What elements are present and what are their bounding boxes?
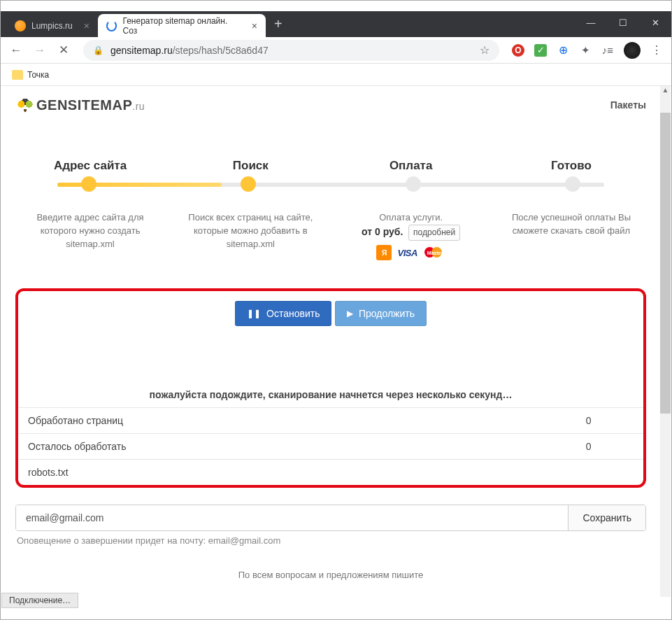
close-tab-icon[interactable]: × [84, 20, 90, 31]
step-title: Готово [503, 159, 639, 173]
address-bar: ← → ✕ 🔒 gensitemap.ru/steps/hash/5c8a6d4… [1, 37, 671, 64]
payment-icons: Я VISA MasterCard [343, 245, 479, 260]
site-header: GENSITEMAP.ru Пакеты [1, 86, 660, 124]
tab-label: Lumpics.ru [31, 21, 73, 31]
row-value: 0 [534, 408, 643, 434]
steps-wizard: Адрес сайта Введите адрес сайта для кото… [1, 159, 660, 260]
step-title: Адрес сайта [22, 159, 158, 173]
row-label: Осталось обработать [18, 434, 534, 460]
favicon-loading-icon [106, 20, 117, 31]
table-row: Осталось обработать0 [18, 434, 643, 460]
bookmarks-bar: Точка [1, 64, 671, 86]
ext-globe-icon[interactable]: ⊕ [557, 44, 569, 57]
folder-icon [12, 70, 23, 80]
close-tab-icon[interactable]: × [252, 20, 257, 31]
scan-panel: ❚❚Остановить ▶Продолжить пожалуйста подо… [15, 288, 646, 488]
scrollbar[interactable]: ▲ [660, 86, 671, 597]
minimize-button[interactable]: — [575, 11, 607, 34]
stop-button[interactable]: ❚❚Остановить [235, 301, 331, 326]
table-row: Обработано страниц0 [18, 408, 643, 434]
ext-check-icon[interactable]: ✓ [534, 44, 547, 57]
step-desc: Оплата услуги.от 0 руб. подробней [343, 211, 479, 241]
yandex-money-icon: Я [376, 245, 392, 260]
close-window-button[interactable]: ✕ [639, 11, 671, 34]
forward-button[interactable]: → [33, 43, 47, 57]
logo-text: GENSITEMAP [36, 97, 132, 113]
favicon-lumpics [15, 20, 26, 31]
logo-tree-icon [15, 98, 35, 113]
extensions-icon[interactable]: ✦ [579, 44, 592, 57]
url-text: gensitemap.ru/steps/hash/5c8a6d47 [110, 45, 269, 56]
url-bar[interactable]: 🔒 gensitemap.ru/steps/hash/5c8a6d47 ☆ [83, 40, 499, 61]
chrome-menu-icon[interactable]: ⋮ [650, 44, 663, 57]
tab-label: Генератор sitemap онлайн. Соз [122, 16, 240, 36]
step-desc: Введите адрес сайта для которого нужно с… [22, 211, 158, 251]
logo-suffix: .ru [132, 101, 145, 112]
step-search: Поиск Поиск всех страниц на сайте, котор… [183, 159, 318, 260]
details-button[interactable]: подробней [408, 225, 460, 241]
wait-message: пожалуйста подождите, сканирование начне… [18, 382, 643, 407]
step-title: Поиск [183, 159, 318, 173]
email-input[interactable] [16, 505, 568, 530]
packages-link[interactable]: Пакеты [610, 99, 646, 111]
status-table: Обработано страниц0 Осталось обработать0… [18, 407, 643, 485]
footer-text: По всем вопросам и предложениям пишите [1, 570, 660, 580]
scroll-up-icon[interactable]: ▲ [660, 86, 671, 99]
status-bar: Подключение… [1, 593, 78, 608]
step-payment: Оплата Оплата услуги.от 0 руб. подробней… [343, 159, 479, 260]
step-title: Оплата [343, 159, 479, 173]
step-desc: После успешной оплаты Вы сможете скачать… [503, 211, 639, 238]
page-viewport: GENSITEMAP.ru Пакеты Адрес сайта Введите… [1, 86, 660, 597]
bookmark-star-icon[interactable]: ☆ [480, 43, 489, 57]
mastercard-icon: MasterCard [423, 245, 445, 260]
ext-opera-icon[interactable]: O [512, 44, 524, 57]
price: от 0 руб. [362, 226, 403, 237]
step-dot-3 [406, 176, 421, 192]
bookmark-label: Точка [27, 70, 49, 80]
titlebar: Lumpics.ru × Генератор sitemap онлайн. С… [1, 11, 671, 37]
lock-icon: 🔒 [93, 45, 103, 55]
logo[interactable]: GENSITEMAP.ru [15, 97, 145, 113]
progress-line [57, 183, 604, 187]
row-label: robots.txt [18, 460, 534, 486]
scroll-thumb[interactable] [660, 113, 671, 414]
step-done: Готово После успешной оплаты Вы сможете … [503, 159, 639, 260]
email-row: Сохранить [15, 505, 646, 531]
table-row: robots.txt [18, 460, 643, 486]
bookmark-folder-tochka[interactable]: Точка [12, 70, 49, 80]
profile-avatar[interactable] [624, 42, 641, 59]
tab-lumpics[interactable]: Lumpics.ru × [6, 14, 98, 37]
maximize-button[interactable]: ☐ [607, 11, 639, 34]
new-tab-button[interactable]: + [266, 16, 291, 32]
continue-button[interactable]: ▶Продолжить [335, 301, 427, 326]
row-label: Обработано страниц [18, 408, 534, 434]
step-address: Адрес сайта Введите адрес сайта для кото… [22, 159, 158, 260]
pause-icon: ❚❚ [247, 309, 261, 318]
back-button[interactable]: ← [9, 43, 23, 57]
step-dot-1 [81, 176, 96, 192]
tab-gensitemap[interactable]: Генератор sitemap онлайн. Соз × [98, 14, 266, 37]
media-control-icon[interactable]: ♪≡ [601, 44, 614, 57]
email-note: Оповещение о завершении придет на почту:… [17, 535, 645, 546]
stop-reload-button[interactable]: ✕ [57, 43, 71, 57]
play-icon: ▶ [347, 309, 353, 318]
row-value: 0 [534, 434, 643, 460]
row-value [534, 460, 643, 486]
visa-icon: VISA [394, 245, 420, 260]
step-desc: Поиск всех страниц на сайте, которые мож… [183, 211, 318, 251]
save-email-button[interactable]: Сохранить [568, 505, 645, 530]
